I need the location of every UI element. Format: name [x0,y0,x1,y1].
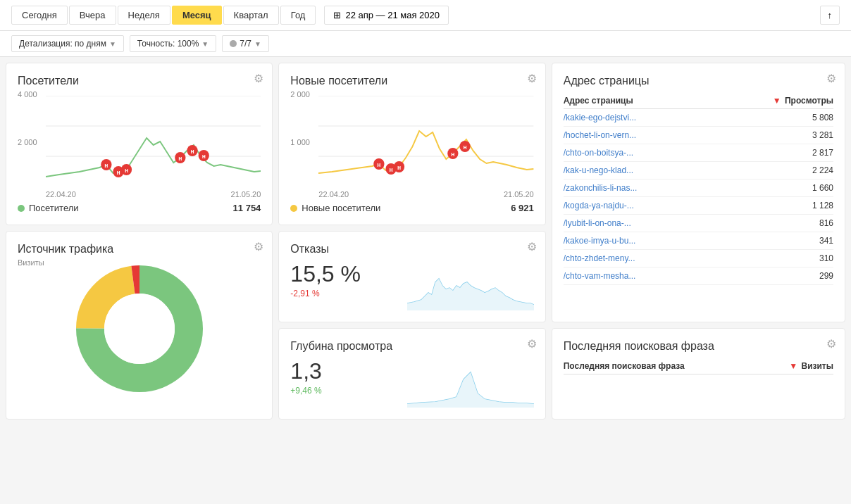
svg-text:н: н [202,153,206,160]
visitors-date-end: 21.05.20 [231,190,261,199]
address-url[interactable]: /kak-u-nego-klad... [564,162,712,179]
depth-change: +9,46 % [290,386,321,396]
visitors-date-start: 22.04.20 [46,190,76,199]
table-row: /chto-on-boitsya-... 2 817 [564,144,833,162]
address-title: Адрес страницы [564,75,833,87]
period-tabs: Сегодня Вчера Неделя Месяц Квартал Год [11,6,316,25]
last-phrase-title: Последняя поисковая фраза [564,340,833,353]
svg-text:н: н [464,144,467,151]
address-card: Адрес страницы ⚙ Адрес страницы ▼ Просмо… [552,63,845,322]
visitors-title: Посетители [18,75,261,87]
address-views: 3 281 [712,127,833,144]
svg-text:н: н [125,167,128,174]
address-url[interactable]: /kakoe-imya-u-bu... [564,232,712,250]
address-table: Адрес страницы ▼ Просмотры /kakie-ego-de… [564,93,833,285]
address-url[interactable]: /zakonchilis-li-nas... [564,179,712,197]
table-row: /chto-vam-mesha... 299 [564,267,833,285]
tab-month[interactable]: Месяц [172,6,222,25]
new-visitors-value: 6 921 [511,203,534,213]
segments-label: 7/7 [240,39,251,49]
tab-quarter[interactable]: Квартал [223,6,279,25]
bounce-content: 15,5 % -2,91 % [290,261,533,310]
tab-week[interactable]: Неделя [118,6,170,25]
table-row: /lyubit-li-on-ona-... 816 [564,215,833,232]
address-views: 1 128 [712,197,833,215]
new-visitors-chart-wrapper: 2 000 1 000 н [290,90,533,199]
table-row: /hochet-li-on-vern... 3 281 [564,127,833,144]
detail-label: Детализация: по дням [19,39,106,49]
depth-value: 1,3 [290,358,321,384]
main-content: Посетители ⚙ 4 000 2 000 [0,57,851,425]
phrase-col1-header: Последняя поисковая фраза [564,358,762,374]
table-row: /chto-zhdet-meny... 310 [564,250,833,267]
last-phrase-gear-icon[interactable]: ⚙ [826,337,836,351]
bounce-chart [407,261,534,310]
address-url[interactable]: /chto-zhdet-meny... [564,250,712,267]
address-url[interactable]: /kogda-ya-najdu-... [564,197,712,215]
address-url[interactable]: /chto-vam-mesha... [564,267,712,285]
new-visitors-legend-text: Новые посетители [302,203,380,213]
segments-dot-icon [230,40,237,47]
visitors-chart-dates: 22.04.20 21.05.20 [46,190,261,199]
segments-filter[interactable]: 7/7 ▼ [222,35,269,52]
detail-filter[interactable]: Детализация: по дням ▼ [11,35,124,52]
visitors-value: 11 754 [233,203,261,213]
top-bar: Сегодня Вчера Неделя Месяц Квартал Год ⊞… [0,0,851,31]
address-views: 299 [712,267,833,285]
traffic-gear-icon[interactable]: ⚙ [254,240,263,253]
traffic-title: Источник трафика [18,243,261,256]
new-visitors-chart: н н н н н [318,96,533,187]
depth-content: 1,3 +9,46 % [290,358,533,408]
address-url[interactable]: /hochet-li-on-vern... [564,127,712,144]
address-url[interactable]: /lyubit-li-on-ona-... [564,215,712,232]
svg-text:н: н [452,151,455,158]
address-views: 5 808 [712,109,833,127]
date-range-button[interactable]: ⊞ 22 апр — 21 мая 2020 [324,6,449,25]
address-gear-icon[interactable]: ⚙ [826,72,836,85]
depth-gear-icon[interactable]: ⚙ [527,337,537,351]
new-visitors-legend: Новые посетители 6 921 [290,203,533,213]
address-views: 1 660 [712,179,833,197]
address-views: 310 [712,250,833,267]
new-visitors-chart-dates: 22.04.20 21.05.20 [318,190,533,199]
sort-down-icon: ▼ [789,361,797,371]
new-visitors-gear-icon[interactable]: ⚙ [527,72,537,85]
visitors-card: Посетители ⚙ 4 000 2 000 [6,63,273,225]
bounce-card: Отказы ⚙ 15,5 % -2,91 % [278,231,545,322]
address-url[interactable]: /chto-on-boitsya-... [564,144,712,162]
new-visitors-y-label-mid: 1 000 [290,138,316,146]
chevron-down-icon: ▼ [109,40,116,48]
svg-text:н: н [178,155,182,162]
tab-yesterday[interactable]: Вчера [69,6,116,25]
bounce-change: -2,91 % [290,289,361,298]
tab-year[interactable]: Год [280,6,316,25]
svg-text:н: н [116,169,120,176]
svg-text:н: н [378,161,381,168]
new-visitors-date-start: 22.04.20 [318,190,349,199]
sort-down-icon: ▼ [773,96,781,106]
address-col1-header: Адрес страницы [564,93,712,109]
export-button[interactable]: ↑ [820,6,840,25]
visitors-y-label-high: 4 000 [18,90,43,99]
tab-today[interactable]: Сегодня [11,6,68,25]
address-views: 816 [712,215,833,232]
last-phrase-card: Последняя поисковая фраза ⚙ Последняя по… [552,328,845,420]
traffic-donut-chart [18,272,261,385]
visitors-legend-text: Посетители [29,203,79,213]
visitors-legend: Посетители 11 754 [18,203,261,213]
date-range-label: 22 апр — 21 мая 2020 [345,10,440,20]
table-row: /zakonchilis-li-nas... 1 660 [564,179,833,197]
depth-card: Глубина просмотра ⚙ 1,3 +9,46 % [278,328,545,420]
new-visitors-date-end: 21.05.20 [504,190,534,199]
visitors-gear-icon[interactable]: ⚙ [254,72,263,85]
bounce-gear-icon[interactable]: ⚙ [527,240,537,253]
new-visitors-y-label-high: 2 000 [290,90,316,99]
filter-bar: Детализация: по дням ▼ Точность: 100% ▼ … [0,31,851,57]
accuracy-filter[interactable]: Точность: 100% ▼ [130,35,216,52]
export-icon: ↑ [828,10,833,20]
address-url[interactable]: /kakie-ego-dejstvi... [564,109,712,127]
chevron-down-icon: ▼ [254,40,261,48]
phrase-table: Последняя поисковая фраза ▼ Визиты [564,358,833,374]
visitors-legend-dot [18,205,25,212]
svg-text:н: н [390,166,393,173]
